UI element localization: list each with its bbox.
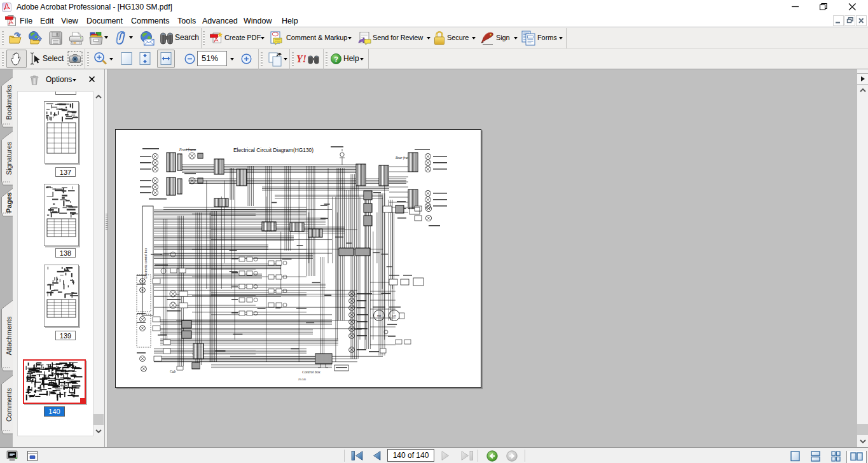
svg-text:Signatures: Signatures: [5, 141, 13, 175]
svg-text:Electrical Circuit Diagram(HG1: Electrical Circuit Diagram(HG130): [233, 147, 313, 153]
svg-text:Electronic control box: Electronic control box: [144, 248, 148, 279]
svg-text:Comments: Comments: [5, 387, 13, 422]
svg-text:Cab: Cab: [170, 370, 176, 373]
svg-text:?: ?: [334, 55, 338, 63]
svg-text:ZG-140: ZG-140: [298, 378, 306, 381]
svg-text:Bookmarks: Bookmarks: [5, 85, 13, 120]
svg-text:DR: DR: [392, 314, 396, 317]
svg-text:Pages: Pages: [5, 192, 13, 212]
svg-text:HM: HM: [377, 314, 381, 317]
svg-text:Attachments: Attachments: [5, 316, 13, 356]
svg-text:Control box: Control box: [302, 370, 320, 374]
